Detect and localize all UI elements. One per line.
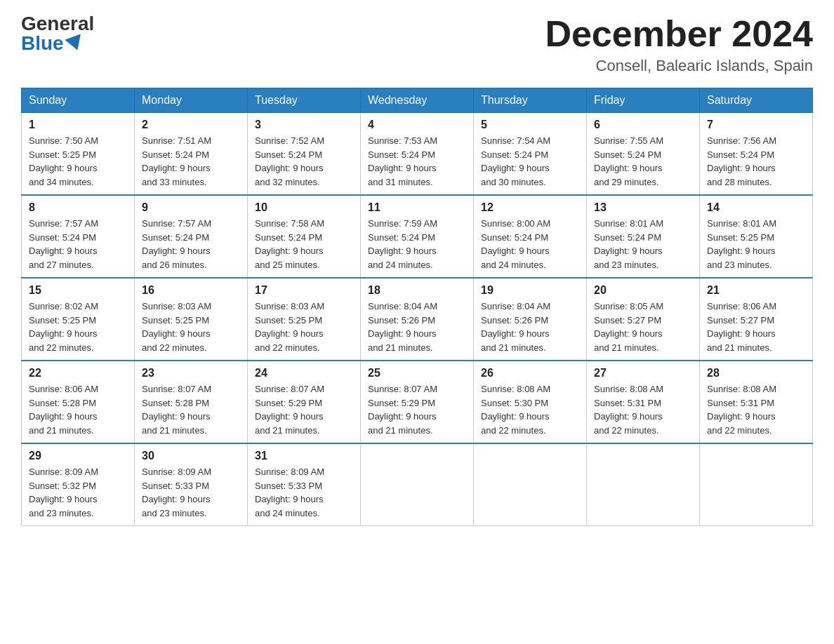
table-row: 19 Sunrise: 8:04 AMSunset: 5:26 PMDaylig… bbox=[474, 278, 587, 361]
day-info: Sunrise: 8:02 AMSunset: 5:25 PMDaylight:… bbox=[29, 301, 98, 353]
day-info: Sunrise: 8:03 AMSunset: 5:25 PMDaylight:… bbox=[255, 301, 324, 353]
day-number: 2 bbox=[142, 119, 240, 131]
day-number: 11 bbox=[368, 201, 466, 214]
col-sunday: Sunday bbox=[22, 88, 135, 113]
day-info: Sunrise: 8:04 AMSunset: 5:26 PMDaylight:… bbox=[368, 301, 437, 353]
day-number: 15 bbox=[29, 284, 127, 297]
table-row: 13 Sunrise: 8:01 AMSunset: 5:24 PMDaylig… bbox=[587, 195, 700, 278]
day-number: 3 bbox=[255, 119, 353, 131]
col-monday: Monday bbox=[135, 88, 248, 113]
day-number: 25 bbox=[368, 367, 466, 380]
table-row: 16 Sunrise: 8:03 AMSunset: 5:25 PMDaylig… bbox=[135, 278, 248, 361]
day-number: 28 bbox=[707, 367, 805, 380]
table-row: 31 Sunrise: 8:09 AMSunset: 5:33 PMDaylig… bbox=[248, 443, 361, 526]
table-row: 20 Sunrise: 8:05 AMSunset: 5:27 PMDaylig… bbox=[587, 278, 700, 361]
day-info: Sunrise: 8:01 AMSunset: 5:24 PMDaylight:… bbox=[594, 218, 663, 270]
calendar-week-row: 1 Sunrise: 7:50 AMSunset: 5:25 PMDayligh… bbox=[22, 113, 813, 196]
day-number: 4 bbox=[368, 119, 466, 131]
day-number: 17 bbox=[255, 284, 353, 297]
table-row: 3 Sunrise: 7:52 AMSunset: 5:24 PMDayligh… bbox=[248, 113, 361, 196]
day-number: 8 bbox=[29, 201, 127, 214]
logo-general-text: General bbox=[21, 14, 94, 34]
table-row: 24 Sunrise: 8:07 AMSunset: 5:29 PMDaylig… bbox=[248, 361, 361, 443]
day-number: 30 bbox=[142, 450, 240, 462]
day-info: Sunrise: 7:52 AMSunset: 5:24 PMDaylight:… bbox=[255, 135, 324, 187]
day-info: Sunrise: 7:54 AMSunset: 5:24 PMDaylight:… bbox=[481, 135, 550, 187]
table-row: 17 Sunrise: 8:03 AMSunset: 5:25 PMDaylig… bbox=[248, 278, 361, 361]
table-row: 11 Sunrise: 7:59 AMSunset: 5:24 PMDaylig… bbox=[361, 195, 474, 278]
day-number: 18 bbox=[368, 284, 466, 297]
day-number: 14 bbox=[707, 201, 805, 214]
day-number: 24 bbox=[255, 367, 353, 380]
table-row: 18 Sunrise: 8:04 AMSunset: 5:26 PMDaylig… bbox=[361, 278, 474, 361]
day-info: Sunrise: 7:58 AMSunset: 5:24 PMDaylight:… bbox=[255, 218, 324, 270]
day-info: Sunrise: 8:07 AMSunset: 5:29 PMDaylight:… bbox=[368, 384, 437, 436]
day-number: 6 bbox=[594, 119, 692, 131]
calendar-header-row: Sunday Monday Tuesday Wednesday Thursday… bbox=[22, 88, 813, 113]
table-row bbox=[700, 443, 813, 526]
day-number: 31 bbox=[255, 450, 353, 462]
calendar-week-row: 22 Sunrise: 8:06 AMSunset: 5:28 PMDaylig… bbox=[22, 361, 813, 443]
day-info: Sunrise: 7:55 AMSunset: 5:24 PMDaylight:… bbox=[594, 135, 663, 187]
day-number: 5 bbox=[481, 119, 579, 131]
table-row: 25 Sunrise: 8:07 AMSunset: 5:29 PMDaylig… bbox=[361, 361, 474, 443]
table-row: 4 Sunrise: 7:53 AMSunset: 5:24 PMDayligh… bbox=[361, 113, 474, 196]
table-row: 26 Sunrise: 8:08 AMSunset: 5:30 PMDaylig… bbox=[474, 361, 587, 443]
day-number: 7 bbox=[707, 119, 805, 131]
table-row: 14 Sunrise: 8:01 AMSunset: 5:25 PMDaylig… bbox=[700, 195, 813, 278]
day-number: 13 bbox=[594, 201, 692, 214]
table-row: 23 Sunrise: 8:07 AMSunset: 5:28 PMDaylig… bbox=[135, 361, 248, 443]
day-number: 26 bbox=[481, 367, 579, 380]
day-info: Sunrise: 8:01 AMSunset: 5:25 PMDaylight:… bbox=[707, 218, 776, 270]
location-title: Consell, Balearic Islands, Spain bbox=[545, 57, 813, 75]
table-row: 5 Sunrise: 7:54 AMSunset: 5:24 PMDayligh… bbox=[474, 113, 587, 196]
month-title: December 2024 bbox=[545, 14, 813, 54]
table-row bbox=[361, 443, 474, 526]
day-info: Sunrise: 8:00 AMSunset: 5:24 PMDaylight:… bbox=[481, 218, 550, 270]
day-number: 1 bbox=[29, 119, 127, 131]
table-row: 2 Sunrise: 7:51 AMSunset: 5:24 PMDayligh… bbox=[135, 113, 248, 196]
day-info: Sunrise: 8:08 AMSunset: 5:30 PMDaylight:… bbox=[481, 384, 550, 436]
page-header: General Blue December 2024 Consell, Bale… bbox=[21, 14, 813, 75]
table-row: 22 Sunrise: 8:06 AMSunset: 5:28 PMDaylig… bbox=[22, 361, 135, 443]
table-row: 1 Sunrise: 7:50 AMSunset: 5:25 PMDayligh… bbox=[22, 113, 135, 196]
day-number: 27 bbox=[594, 367, 692, 380]
day-number: 23 bbox=[142, 367, 240, 380]
col-tuesday: Tuesday bbox=[248, 88, 361, 113]
day-info: Sunrise: 8:04 AMSunset: 5:26 PMDaylight:… bbox=[481, 301, 550, 353]
logo: General Blue bbox=[21, 14, 94, 53]
col-saturday: Saturday bbox=[700, 88, 813, 113]
day-info: Sunrise: 8:07 AMSunset: 5:28 PMDaylight:… bbox=[142, 384, 211, 436]
table-row: 10 Sunrise: 7:58 AMSunset: 5:24 PMDaylig… bbox=[248, 195, 361, 278]
title-area: December 2024 Consell, Balearic Islands,… bbox=[545, 14, 813, 75]
calendar-table: Sunday Monday Tuesday Wednesday Thursday… bbox=[21, 88, 813, 526]
day-info: Sunrise: 7:59 AMSunset: 5:24 PMDaylight:… bbox=[368, 218, 437, 270]
col-wednesday: Wednesday bbox=[361, 88, 474, 113]
day-number: 10 bbox=[255, 201, 353, 214]
day-info: Sunrise: 8:08 AMSunset: 5:31 PMDaylight:… bbox=[707, 384, 776, 436]
day-info: Sunrise: 7:56 AMSunset: 5:24 PMDaylight:… bbox=[707, 135, 776, 187]
day-info: Sunrise: 8:09 AMSunset: 5:32 PMDaylight:… bbox=[29, 467, 98, 518]
day-info: Sunrise: 7:51 AMSunset: 5:24 PMDaylight:… bbox=[142, 135, 211, 187]
day-number: 16 bbox=[142, 284, 240, 297]
table-row: 30 Sunrise: 8:09 AMSunset: 5:33 PMDaylig… bbox=[135, 443, 248, 526]
table-row: 29 Sunrise: 8:09 AMSunset: 5:32 PMDaylig… bbox=[22, 443, 135, 526]
day-info: Sunrise: 7:57 AMSunset: 5:24 PMDaylight:… bbox=[29, 218, 98, 270]
day-number: 12 bbox=[481, 201, 579, 214]
table-row: 7 Sunrise: 7:56 AMSunset: 5:24 PMDayligh… bbox=[700, 113, 813, 196]
table-row: 12 Sunrise: 8:00 AMSunset: 5:24 PMDaylig… bbox=[474, 195, 587, 278]
day-info: Sunrise: 8:09 AMSunset: 5:33 PMDaylight:… bbox=[255, 467, 324, 518]
table-row: 21 Sunrise: 8:06 AMSunset: 5:27 PMDaylig… bbox=[700, 278, 813, 361]
day-info: Sunrise: 7:50 AMSunset: 5:25 PMDaylight:… bbox=[29, 135, 98, 187]
day-info: Sunrise: 8:07 AMSunset: 5:29 PMDaylight:… bbox=[255, 384, 324, 436]
table-row: 15 Sunrise: 8:02 AMSunset: 5:25 PMDaylig… bbox=[22, 278, 135, 361]
table-row bbox=[587, 443, 700, 526]
calendar-week-row: 15 Sunrise: 8:02 AMSunset: 5:25 PMDaylig… bbox=[22, 278, 813, 361]
table-row: 28 Sunrise: 8:08 AMSunset: 5:31 PMDaylig… bbox=[700, 361, 813, 443]
day-number: 20 bbox=[594, 284, 692, 297]
day-info: Sunrise: 8:08 AMSunset: 5:31 PMDaylight:… bbox=[594, 384, 663, 436]
logo-blue-text: Blue bbox=[21, 34, 84, 53]
day-number: 22 bbox=[29, 367, 127, 380]
day-number: 19 bbox=[481, 284, 579, 297]
calendar-week-row: 29 Sunrise: 8:09 AMSunset: 5:32 PMDaylig… bbox=[22, 443, 813, 526]
